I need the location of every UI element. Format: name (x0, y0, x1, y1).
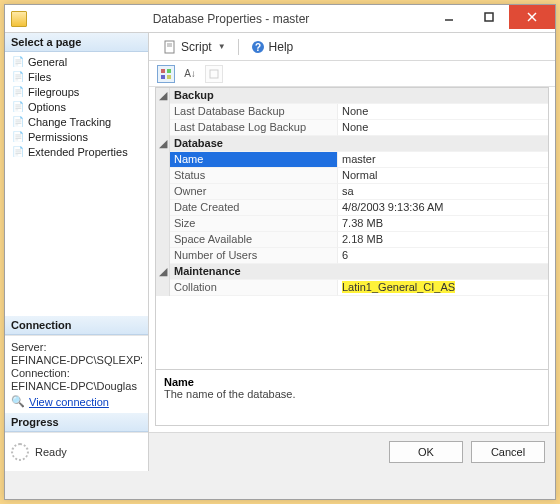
categorized-button[interactable] (157, 65, 175, 83)
grid-row[interactable]: Ownersa (156, 184, 548, 200)
grid-row-label: Number of Users (170, 248, 338, 264)
grid-row-value: 4/8/2003 9:13:36 AM (338, 200, 548, 216)
grid-row[interactable]: Number of Users6 (156, 248, 548, 264)
grid-section-header[interactable]: ◢Maintenance (156, 264, 548, 280)
grid-row-value: 2.18 MB (338, 232, 548, 248)
view-connection-icon: 🔍 (11, 395, 25, 408)
svg-rect-9 (161, 69, 165, 73)
svg-rect-4 (165, 41, 174, 53)
grid-row[interactable]: Last Database BackupNone (156, 104, 548, 120)
page-icon: 📄 (11, 85, 24, 98)
titlebar[interactable]: Database Properties - master (5, 5, 555, 33)
help-icon: ? (251, 40, 265, 54)
help-button[interactable]: ? Help (245, 38, 300, 56)
property-grid: ◢BackupLast Database BackupNoneLast Data… (149, 87, 555, 432)
grid-row-label: Owner (170, 184, 338, 200)
app-icon (11, 11, 27, 27)
grid-row[interactable]: Namemaster (156, 152, 548, 168)
description-text: The name of the database. (164, 388, 540, 400)
grid-row-label: Collation (170, 280, 338, 296)
grid-section-header[interactable]: ◢Database (156, 136, 548, 152)
svg-rect-1 (485, 13, 493, 21)
grid-section-header[interactable]: ◢Backup (156, 88, 548, 104)
collapse-icon[interactable]: ◢ (156, 136, 170, 152)
page-general[interactable]: 📄General (5, 54, 148, 69)
server-label: Server: (11, 341, 142, 353)
grid-row-value: None (338, 120, 548, 136)
page-icon: 📄 (11, 115, 24, 128)
script-button[interactable]: Script ▼ (157, 38, 232, 56)
page-files[interactable]: 📄Files (5, 69, 148, 84)
grid-row-label: Space Available (170, 232, 338, 248)
page-extended-properties[interactable]: 📄Extended Properties (5, 144, 148, 159)
page-options[interactable]: 📄Options (5, 99, 148, 114)
grid-row-value: sa (338, 184, 548, 200)
toolbar-separator (238, 39, 239, 55)
progress-status: Ready (35, 446, 67, 458)
progress-panel: Ready (5, 432, 148, 471)
connection-label: Connection: (11, 367, 142, 379)
svg-rect-12 (167, 75, 171, 79)
grid-row-label: Date Created (170, 200, 338, 216)
cancel-button[interactable]: Cancel (471, 441, 545, 463)
connection-header: Connection (5, 316, 148, 335)
dialog-buttons: OK Cancel (149, 432, 555, 471)
grid-row-value: Latin1_General_CI_AS (338, 280, 548, 296)
grid-row-value: master (338, 152, 548, 168)
page-icon: 📄 (11, 130, 24, 143)
view-connection-link[interactable]: View connection (29, 396, 109, 408)
dialog-window: Database Properties - master Select a pa… (4, 4, 556, 500)
svg-rect-11 (161, 75, 165, 79)
close-button[interactable] (509, 5, 555, 29)
grid-row[interactable]: Date Created4/8/2003 9:13:36 AM (156, 200, 548, 216)
page-icon: 📄 (11, 70, 24, 83)
progress-header: Progress (5, 413, 148, 432)
page-list: 📄General 📄Files 📄Filegroups 📄Options 📄Ch… (5, 52, 148, 161)
grid-row[interactable]: StatusNormal (156, 168, 548, 184)
collapse-icon[interactable]: ◢ (156, 264, 170, 280)
grid-row-label: Name (170, 152, 338, 168)
grid-row-label: Last Database Backup (170, 104, 338, 120)
page-icon: 📄 (11, 100, 24, 113)
grid-row-value: Normal (338, 168, 548, 184)
select-page-header: Select a page (5, 33, 148, 52)
description-pane: Name The name of the database. (156, 369, 548, 425)
grid-row-value: 6 (338, 248, 548, 264)
grid-row[interactable]: CollationLatin1_General_CI_AS (156, 280, 548, 296)
property-pages-button[interactable] (205, 65, 223, 83)
ok-button[interactable]: OK (389, 441, 463, 463)
minimize-button[interactable] (429, 5, 469, 29)
collapse-icon[interactable]: ◢ (156, 88, 170, 104)
progress-spinner-icon (11, 443, 29, 461)
window-title: Database Properties - master (33, 12, 429, 26)
right-panel: Script ▼ ? Help A↓ ◢BackupLast Database … (149, 33, 555, 471)
server-value: EFINANCE-DPC\SQLEXP2 (11, 354, 142, 366)
grid-row-label: Size (170, 216, 338, 232)
script-icon (163, 40, 177, 54)
grid-row-label: Last Database Log Backup (170, 120, 338, 136)
page-permissions[interactable]: 📄Permissions (5, 129, 148, 144)
svg-text:?: ? (255, 42, 261, 53)
description-title: Name (164, 376, 540, 388)
connection-panel: Server: EFINANCE-DPC\SQLEXP2 Connection:… (5, 335, 148, 413)
alphabetical-button[interactable]: A↓ (181, 65, 199, 83)
page-icon: 📄 (11, 145, 24, 158)
grid-row-value: None (338, 104, 548, 120)
connection-value: EFINANCE-DPC\Douglas (11, 380, 142, 392)
grid-row-value: 7.38 MB (338, 216, 548, 232)
grid-row[interactable]: Space Available2.18 MB (156, 232, 548, 248)
page-icon: 📄 (11, 55, 24, 68)
chevron-down-icon: ▼ (218, 42, 226, 51)
grid-toolbar: A↓ (149, 61, 555, 87)
top-toolbar: Script ▼ ? Help (149, 33, 555, 61)
page-filegroups[interactable]: 📄Filegroups (5, 84, 148, 99)
page-change-tracking[interactable]: 📄Change Tracking (5, 114, 148, 129)
svg-rect-13 (210, 70, 218, 78)
maximize-button[interactable] (469, 5, 509, 29)
grid-row-label: Status (170, 168, 338, 184)
grid-row[interactable]: Size7.38 MB (156, 216, 548, 232)
left-panel: Select a page 📄General 📄Files 📄Filegroup… (5, 33, 149, 471)
grid-row[interactable]: Last Database Log BackupNone (156, 120, 548, 136)
svg-rect-10 (167, 69, 171, 73)
